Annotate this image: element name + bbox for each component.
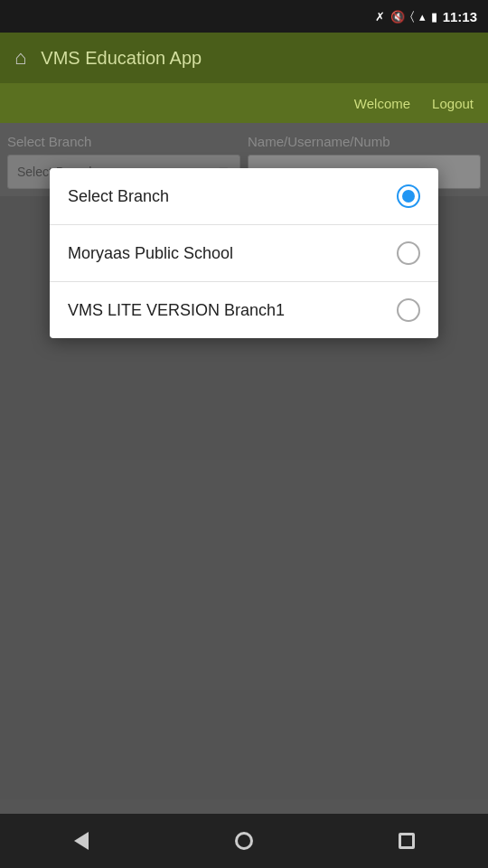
wifi-icon: 〈 <box>410 9 414 24</box>
logout-button[interactable]: Logout <box>432 96 474 111</box>
dialog-overlay: Select Branch Moryaas Public School VMS … <box>0 123 488 799</box>
recent-icon <box>399 833 415 849</box>
home-nav-icon <box>235 832 253 850</box>
app-bar: ⌂ VMS Education App <box>0 33 488 83</box>
radio-select-branch <box>397 184 420 208</box>
radio-inner-icon <box>402 190 415 203</box>
radio-moryaas <box>397 241 420 265</box>
action-bar: Welcome Logout <box>0 83 488 123</box>
signal-icon: ▴ <box>419 10 426 24</box>
status-icons: ✗ 🔇 〈 ▴ ▮ 11:13 <box>375 9 477 24</box>
dialog-item-select-branch[interactable]: Select Branch <box>50 168 438 225</box>
nav-bar <box>0 814 488 868</box>
status-bar: ✗ 🔇 〈 ▴ ▮ 11:13 <box>0 0 488 33</box>
dialog-item-vms-lite[interactable]: VMS LITE VERSION Branch1 <box>50 282 438 338</box>
radio-vms-lite <box>397 298 420 322</box>
bluetooth-icon: ✗ <box>375 10 385 24</box>
dialog-item-label: VMS LITE VERSION Branch1 <box>68 301 285 320</box>
welcome-label: Welcome <box>354 96 410 111</box>
dialog-item-label: Moryaas Public School <box>68 244 233 263</box>
home-icon[interactable]: ⌂ <box>14 46 26 70</box>
branch-dialog: Select Branch Moryaas Public School VMS … <box>50 168 438 338</box>
status-time: 11:13 <box>443 9 477 24</box>
content-area: Select Branch Select Branch ▼ Name/Usern… <box>0 123 488 799</box>
home-button[interactable] <box>221 818 267 863</box>
back-button[interactable] <box>59 818 104 863</box>
dialog-item-moryaas[interactable]: Moryaas Public School <box>50 225 438 282</box>
app-title: VMS Education App <box>41 48 474 69</box>
recent-button[interactable] <box>384 818 429 863</box>
vibrate-icon: 🔇 <box>390 10 405 24</box>
dialog-item-label: Select Branch <box>68 187 169 206</box>
battery-icon: ▮ <box>431 10 437 24</box>
back-icon <box>74 832 89 850</box>
